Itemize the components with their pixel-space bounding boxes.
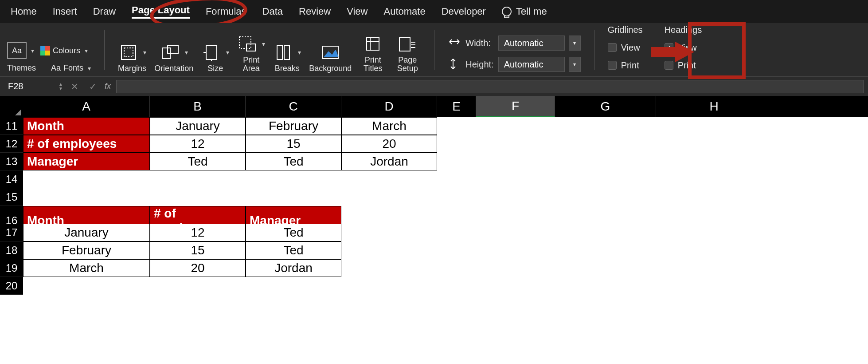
- tab-automate[interactable]: Automate: [383, 6, 425, 17]
- enter-button[interactable]: ✓: [86, 81, 99, 92]
- chevron-down-icon[interactable]: ▾: [569, 57, 581, 72]
- headings-view-checkbox[interactable]: ✓ View: [665, 43, 718, 53]
- cell-B18[interactable]: 15: [150, 241, 246, 259]
- chevron-down-icon[interactable]: ▾: [569, 36, 581, 51]
- fx-icon[interactable]: fx: [105, 82, 111, 91]
- cell-C20[interactable]: [246, 277, 341, 295]
- cell-B20[interactable]: [150, 277, 246, 295]
- formula-input[interactable]: [116, 80, 864, 93]
- cell-F13[interactable]: [476, 153, 555, 170]
- colours-button[interactable]: Colours ▾: [40, 46, 88, 55]
- cell-C14[interactable]: [246, 170, 341, 188]
- col-header-C[interactable]: C: [246, 96, 341, 117]
- cell-E15[interactable]: [437, 188, 476, 206]
- cell-C18[interactable]: Ted: [246, 241, 341, 259]
- row-header[interactable]: 12: [0, 135, 23, 153]
- row-header[interactable]: 14: [0, 170, 23, 188]
- cell-F19[interactable]: [476, 259, 555, 277]
- cell-B12[interactable]: 12: [150, 135, 246, 153]
- col-header-D[interactable]: D: [341, 96, 437, 117]
- cell-C12[interactable]: 15: [246, 135, 341, 153]
- cell-H19[interactable]: [656, 259, 772, 277]
- row-header[interactable]: 19: [0, 259, 23, 277]
- cell-D11[interactable]: March: [341, 117, 437, 135]
- cell-E17[interactable]: [437, 224, 476, 241]
- cell-B11[interactable]: January: [150, 117, 246, 135]
- cell-G12[interactable]: [555, 135, 656, 153]
- cell-E12[interactable]: [437, 135, 476, 153]
- cell-F14[interactable]: [476, 170, 555, 188]
- cell-B17[interactable]: 12: [150, 224, 246, 241]
- themes-button[interactable]: Aa ▾: [7, 42, 34, 59]
- tab-formulas[interactable]: Formulas: [206, 6, 246, 17]
- cell-F18[interactable]: [476, 241, 555, 259]
- cell-H13[interactable]: [656, 153, 772, 170]
- cell-A13[interactable]: Manager: [23, 153, 150, 170]
- row-header[interactable]: 17: [0, 224, 23, 241]
- cell-H15[interactable]: [656, 188, 772, 206]
- cell-E11[interactable]: [437, 117, 476, 135]
- col-header-G[interactable]: G: [555, 96, 656, 117]
- tell-me[interactable]: Tell me: [502, 6, 547, 17]
- cell-D14[interactable]: [341, 170, 437, 188]
- cell-F20[interactable]: [476, 277, 555, 295]
- cancel-button[interactable]: ✕: [68, 81, 81, 92]
- name-box-stepper[interactable]: ▲▼: [59, 82, 63, 91]
- select-all-corner[interactable]: [0, 96, 23, 117]
- background-button[interactable]: Background: [309, 43, 352, 73]
- height-dropdown[interactable]: Automatic: [498, 57, 565, 72]
- name-box[interactable]: F28: [4, 79, 53, 94]
- cell-G13[interactable]: [555, 153, 656, 170]
- cell-C11[interactable]: February: [246, 117, 341, 135]
- cell-D12[interactable]: 20: [341, 135, 437, 153]
- cell-B15[interactable]: [150, 188, 246, 206]
- cell-E20[interactable]: [437, 277, 476, 295]
- tab-page-layout[interactable]: Page Layout: [132, 4, 190, 19]
- cell-H11[interactable]: [656, 117, 772, 135]
- cell-A11[interactable]: Month: [23, 117, 150, 135]
- orientation-button[interactable]: ▾ Orientation: [154, 43, 193, 73]
- cell-H17[interactable]: [656, 224, 772, 241]
- tab-home[interactable]: Home: [11, 6, 37, 17]
- cell-D19[interactable]: [341, 259, 437, 277]
- cell-E19[interactable]: [437, 259, 476, 277]
- cell-B13[interactable]: Ted: [150, 153, 246, 170]
- cell-C13[interactable]: Ted: [246, 153, 341, 170]
- cell-D17[interactable]: [341, 224, 437, 241]
- breaks-button[interactable]: ▾ Breaks: [273, 43, 301, 73]
- row-header[interactable]: 15: [0, 188, 23, 206]
- cell-H14[interactable]: [656, 170, 772, 188]
- gridlines-print-checkbox[interactable]: Print: [608, 60, 661, 71]
- tab-review[interactable]: Review: [299, 6, 331, 17]
- tab-developer[interactable]: Developer: [442, 6, 486, 17]
- col-header-B[interactable]: B: [150, 96, 246, 117]
- cell-G14[interactable]: [555, 170, 656, 188]
- print-titles-button[interactable]: Print Titles: [360, 35, 386, 73]
- cell-D20[interactable]: [341, 277, 437, 295]
- cell-C15[interactable]: [246, 188, 341, 206]
- cell-D13[interactable]: Jordan: [341, 153, 437, 170]
- gridlines-view-checkbox[interactable]: View: [608, 43, 661, 53]
- row-header[interactable]: 13: [0, 153, 23, 170]
- cell-B14[interactable]: [150, 170, 246, 188]
- cell-F17[interactable]: [476, 224, 555, 241]
- size-button[interactable]: ▾ Size: [201, 43, 229, 73]
- cell-G17[interactable]: [555, 224, 656, 241]
- tab-insert[interactable]: Insert: [53, 6, 77, 17]
- cell-H18[interactable]: [656, 241, 772, 259]
- cell-A15[interactable]: [23, 188, 150, 206]
- row-header[interactable]: 18: [0, 241, 23, 259]
- tab-data[interactable]: Data: [262, 6, 283, 17]
- cell-G20[interactable]: [555, 277, 656, 295]
- col-header-H[interactable]: H: [656, 96, 772, 117]
- row-header[interactable]: 11: [0, 117, 23, 135]
- row-header[interactable]: 20: [0, 277, 23, 295]
- cell-H20[interactable]: [656, 277, 772, 295]
- page-setup-button[interactable]: Page Setup: [394, 35, 421, 73]
- tab-view[interactable]: View: [347, 6, 368, 17]
- cell-E18[interactable]: [437, 241, 476, 259]
- cell-D15[interactable]: [341, 188, 437, 206]
- cell-G18[interactable]: [555, 241, 656, 259]
- cell-B19[interactable]: 20: [150, 259, 246, 277]
- width-dropdown[interactable]: Automatic: [498, 36, 565, 51]
